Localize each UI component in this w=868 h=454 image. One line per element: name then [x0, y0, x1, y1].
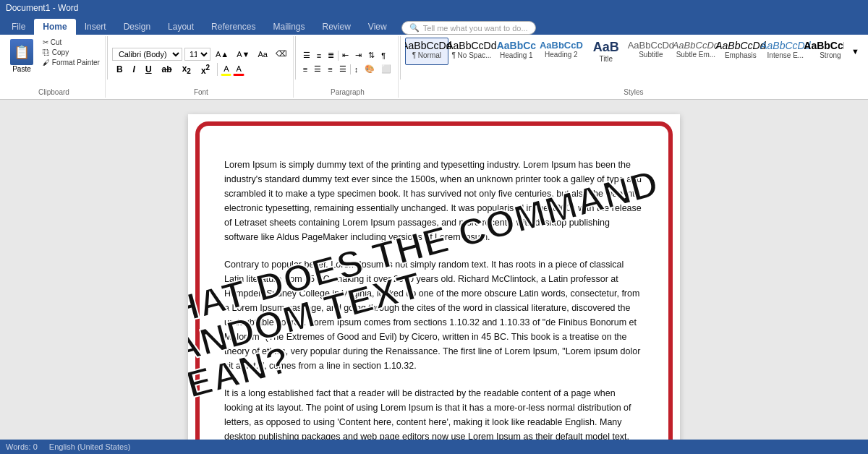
- title-text: Document1 - Word: [6, 3, 78, 13]
- paragraph-label: Paragraph: [331, 87, 365, 96]
- shading-button[interactable]: 🎨: [362, 63, 378, 75]
- style-intense-preview: AaBbCcDd: [760, 40, 810, 51]
- main-area: Lorem Ipsum is simply dummy text of the …: [0, 100, 868, 440]
- tab-file[interactable]: File: [3, 19, 34, 35]
- font-group: Calibri (Body) 11 A▲ A▼ Aa ⌫ B I U ab x2…: [109, 36, 294, 98]
- italic-button[interactable]: I: [129, 63, 140, 76]
- tab-insert[interactable]: Insert: [76, 19, 115, 35]
- style-subtitle[interactable]: AaBbCcDd Subtitle: [629, 38, 673, 65]
- style-nospace-preview: AaBbCcDd: [446, 40, 496, 51]
- paste-button[interactable]: 📋 Paste: [6, 38, 38, 74]
- paste-icon: 📋: [10, 39, 33, 65]
- style-emphasis[interactable]: AaBbCcDd Emphasis: [719, 38, 762, 65]
- copy-button[interactable]: ⿻ Copy: [41, 48, 102, 57]
- paragraph-group: ☰ ≡ ≣ ⇤ ⇥ ⇅ ¶ ≡ ☰ ≡ ☰ ↕ 🎨 ⬜ Paragraph: [297, 36, 399, 98]
- style-h2-label: Heading 2: [545, 51, 578, 59]
- cut-button[interactable]: ✂ Cut: [41, 38, 102, 47]
- font-size-select[interactable]: 11: [184, 48, 210, 61]
- format-painter-button[interactable]: 🖌 Format Painter: [41, 58, 102, 67]
- paragraph-2: Contrary to popular belief, Lorem Ipsum …: [224, 257, 644, 373]
- style-normal-label: ¶ Normal: [412, 51, 441, 59]
- word-count: Words: 0: [6, 442, 38, 451]
- style-emphasis-preview: AaBbCcDd: [715, 40, 765, 51]
- style-subtle[interactable]: AaBbCcDd Subtle Em...: [674, 38, 718, 65]
- style-title-label: Title: [600, 55, 613, 63]
- clipboard-group: 📋 Paste ✂ Cut ⿻ Copy 🖌 Format Painter Cl…: [3, 36, 106, 98]
- style-strong[interactable]: AaBbCcDd Strong: [809, 38, 844, 65]
- style-heading2[interactable]: AaBbCcD Heading 2: [540, 38, 583, 65]
- show-marks-button[interactable]: ¶: [378, 50, 388, 61]
- subscript-button[interactable]: x2: [178, 62, 195, 77]
- style-strong-preview: AaBbCcDd: [804, 40, 844, 51]
- style-subtle-preview: AaBbCcDd: [673, 40, 719, 51]
- numbering-button[interactable]: ≡: [314, 50, 324, 61]
- divider-1: [107, 36, 108, 80]
- tab-mailings[interactable]: Mailings: [264, 19, 313, 35]
- border-button[interactable]: ⬜: [378, 63, 394, 75]
- tab-layout[interactable]: Layout: [159, 19, 203, 35]
- title-bar: Document1 - Word: [0, 0, 868, 16]
- style-normal-preview: AaBbCcDd: [405, 40, 452, 51]
- align-right-button[interactable]: ≡: [325, 64, 335, 75]
- ribbon: 📋 Paste ✂ Cut ⿻ Copy 🖌 Format Painter Cl…: [0, 35, 868, 100]
- paragraph-3: It is a long established fact that a rea…: [224, 386, 644, 440]
- text-highlight-button[interactable]: A: [221, 63, 231, 76]
- style-heading1[interactable]: AaBbCc Heading 1: [495, 38, 538, 65]
- tab-home[interactable]: Home: [34, 19, 75, 35]
- style-h2-preview: AaBbCcD: [540, 40, 583, 51]
- decrease-indent-button[interactable]: ⇤: [339, 49, 352, 61]
- style-title[interactable]: AaB Title: [584, 38, 628, 65]
- styles-more-button[interactable]: ▼: [848, 46, 862, 57]
- justify-button[interactable]: ☰: [336, 63, 349, 75]
- divider-3: [400, 36, 401, 80]
- change-case-button[interactable]: Aa: [255, 48, 270, 60]
- scissors-icon: ✂: [43, 38, 48, 46]
- style-intense[interactable]: AaBbCcDd Intense E...: [764, 38, 807, 65]
- tab-design[interactable]: Design: [115, 19, 159, 35]
- clipboard-label: Clipboard: [38, 87, 69, 96]
- divider-2: [295, 36, 296, 80]
- paste-label: Paste: [12, 65, 31, 73]
- search-icon: 🔍: [409, 23, 420, 33]
- search-placeholder: Tell me what you want to do...: [423, 24, 528, 33]
- clear-format-button[interactable]: ⌫: [273, 48, 290, 60]
- tab-view[interactable]: View: [359, 19, 396, 35]
- styles-group: AaBbCcDd ¶ Normal AaBbCcDd ¶ No Spac... …: [402, 36, 865, 98]
- bold-button[interactable]: B: [112, 63, 127, 76]
- tab-references[interactable]: References: [203, 19, 264, 35]
- style-normal[interactable]: AaBbCcDd ¶ Normal: [405, 38, 448, 65]
- bullets-button[interactable]: ☰: [300, 49, 313, 61]
- increase-font-button[interactable]: A▲: [213, 48, 231, 60]
- sort-button[interactable]: ⇅: [365, 49, 378, 61]
- doc-content: Lorem Ipsum is simply dummy text of the …: [210, 136, 658, 440]
- align-left-button[interactable]: ≡: [300, 64, 310, 75]
- multilevel-button[interactable]: ≣: [325, 49, 337, 61]
- style-emphasis-label: Emphasis: [725, 51, 757, 59]
- font-color-button[interactable]: A: [233, 63, 244, 76]
- style-nospace-label: ¶ No Spac...: [451, 51, 491, 59]
- status-bar: Words: 0 English (United States): [0, 440, 868, 454]
- strikethrough-button[interactable]: ab: [158, 63, 176, 76]
- font-name-select[interactable]: Calibri (Body): [112, 48, 182, 61]
- style-h1-label: Heading 1: [500, 51, 533, 59]
- style-title-preview: AaB: [593, 40, 619, 55]
- format-painter-icon: 🖌: [43, 59, 50, 67]
- styles-scroll: AaBbCcDd ¶ Normal AaBbCcDd ¶ No Spac... …: [405, 38, 844, 65]
- tab-review[interactable]: Review: [313, 19, 359, 35]
- document[interactable]: Lorem Ipsum is simply dummy text of the …: [188, 114, 680, 440]
- style-h1-preview: AaBbCc: [497, 40, 536, 51]
- style-subtle-label: Subtle Em...: [676, 51, 715, 59]
- style-subtitle-preview: AaBbCcDd: [628, 40, 674, 51]
- decrease-font-button[interactable]: A▼: [234, 48, 252, 60]
- underline-button[interactable]: U: [141, 63, 156, 76]
- style-nospace[interactable]: AaBbCcDd ¶ No Spac...: [450, 38, 493, 65]
- style-strong-label: Strong: [820, 51, 841, 59]
- line-spacing-button[interactable]: ↕: [352, 64, 362, 75]
- language: English (United States): [49, 442, 131, 451]
- copy-icon: ⿻: [43, 48, 50, 56]
- align-center-button[interactable]: ☰: [311, 63, 324, 75]
- ribbon-tabs: File Home Insert Design Layout Reference…: [0, 16, 868, 35]
- superscript-button[interactable]: x2: [197, 62, 214, 77]
- increase-indent-button[interactable]: ⇥: [352, 49, 365, 61]
- paragraph-1: Lorem Ipsum is simply dummy text of the …: [224, 158, 644, 244]
